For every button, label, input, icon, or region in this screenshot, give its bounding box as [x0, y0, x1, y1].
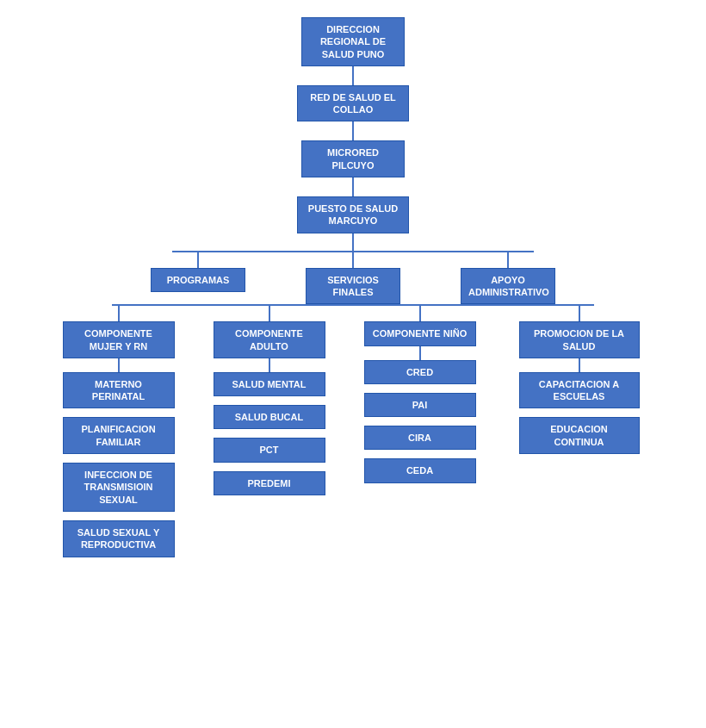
h-connector-row: PROGRAMAS SERVICIOS FINALES APOYO ADMINI… — [129, 251, 577, 305]
connector — [352, 177, 354, 196]
conn — [419, 304, 421, 321]
adulto-children: SALUD MENTAL SALUD BUCAL PCT PREDEMI — [214, 372, 325, 495]
col-servicios: SERVICIOS FINALES — [284, 251, 422, 305]
connector-v — [352, 233, 354, 251]
level-1: DIRECCION REGIONAL DE SALUD PUNO — [301, 17, 405, 66]
conn — [352, 251, 354, 268]
node-cira: CIRA — [364, 426, 476, 450]
nino-children: CRED PAI CIRA CEDA — [364, 360, 476, 483]
conn — [507, 251, 509, 268]
level-2: RED DE SALUD EL COLLAO — [297, 85, 409, 122]
promocion-children: CAPACITACION A ESCUELAS EDUCACION CONTIN… — [519, 372, 640, 463]
node-predemi: PREDEMI — [214, 471, 325, 495]
node-comp-mujer: COMPONENTE MUJER Y RN — [63, 321, 175, 358]
h-line — [172, 251, 534, 252]
h-line-level6 — [112, 304, 594, 306]
col-mujer: COMPONENTE MUJER Y RN MATERNO PERINATAL … — [43, 304, 194, 557]
node-infeccion: INFECCION DE TRANSMISIOIN SEXUAL — [63, 463, 175, 512]
col-promocion: PROMOCION DE LA SALUD CAPACITACION A ESC… — [495, 304, 663, 557]
connector — [352, 66, 354, 85]
node-salud-mental: SALUD MENTAL — [214, 372, 325, 396]
node-promocion: PROMOCION DE LA SALUD — [519, 321, 640, 358]
node-apoyo: APOYO ADMINISTRATIVO — [461, 268, 555, 305]
node-pai: PAI — [364, 393, 476, 417]
col-programas: PROGRAMAS — [129, 251, 267, 292]
conn — [579, 358, 580, 372]
node-salud-bucal: SALUD BUCAL — [214, 405, 325, 429]
conn — [419, 346, 421, 360]
node-microred: MICRORED PILCUYO — [301, 140, 405, 177]
node-ceda: CEDA — [364, 458, 476, 482]
level-4: PUESTO DE SALUD MARCUYO — [297, 196, 409, 233]
col-apoyo: APOYO ADMINISTRATIVO — [439, 251, 577, 305]
node-pct: PCT — [214, 438, 325, 462]
node-programas: PROGRAMAS — [151, 268, 245, 292]
node-cred: CRED — [364, 360, 476, 384]
node-direccion: DIRECCION REGIONAL DE SALUD PUNO — [301, 17, 405, 66]
level-3: MICRORED PILCUYO — [301, 140, 405, 177]
node-salud-sexual: SALUD SEXUAL Y REPRODUCTIVA — [63, 520, 175, 557]
node-comp-adulto: COMPONENTE ADULTO — [214, 321, 325, 358]
conn — [579, 304, 580, 321]
connector — [352, 121, 354, 140]
org-chart: DIRECCION REGIONAL DE SALUD PUNO RED DE … — [0, 0, 706, 575]
level5-row: PROGRAMAS SERVICIOS FINALES APOYO ADMINI… — [129, 251, 577, 305]
node-materno: MATERNO PERINATAL — [63, 372, 175, 409]
conn — [269, 304, 270, 321]
connector-section: PROGRAMAS SERVICIOS FINALES APOYO ADMINI… — [9, 233, 697, 305]
node-comp-nino: COMPONENTE NIÑO — [364, 321, 476, 345]
mujer-children: MATERNO PERINATAL PLANIFICACION FAMILIAR… — [63, 372, 175, 557]
node-capacitacion: CAPACITACION A ESCUELAS — [519, 372, 640, 409]
node-puesto: PUESTO DE SALUD MARCUYO — [297, 196, 409, 233]
node-servicios: SERVICIOS FINALES — [306, 268, 400, 305]
node-red: RED DE SALUD EL COLLAO — [297, 85, 409, 122]
col-adulto: COMPONENTE ADULTO SALUD MENTAL SALUD BUC… — [194, 304, 344, 557]
conn — [269, 358, 270, 372]
conn — [118, 358, 120, 372]
conn — [118, 304, 120, 321]
node-educacion: EDUCACION CONTINUA — [519, 417, 640, 454]
node-planificacion: PLANIFICACION FAMILIAR — [63, 417, 175, 454]
conn — [197, 251, 199, 268]
level6-container: COMPONENTE MUJER Y RN MATERNO PERINATAL … — [43, 304, 663, 557]
col-nino: COMPONENTE NIÑO CRED PAI CIRA CEDA — [344, 304, 495, 557]
